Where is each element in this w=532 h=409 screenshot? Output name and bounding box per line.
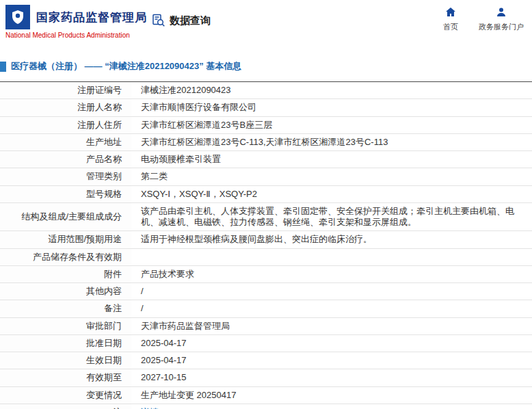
table-row: 备注/ <box>0 300 532 317</box>
row-label: 批准日期 <box>0 334 131 352</box>
row-label: 生产地址 <box>0 133 131 150</box>
table-row: 审批部门天津市药品监督管理局 <box>0 317 532 334</box>
header-nav: 首页 政务服务门户 <box>443 7 524 32</box>
table-row: 适用范围/预期用途适用于神经根型颈椎病及腰间盘膨出、突出症的临床治疗。 <box>0 231 532 248</box>
row-value: 电动颈腰椎牵引装置 <box>131 151 532 168</box>
table-row: 其他内容/ <box>0 283 532 300</box>
row-value <box>131 248 532 265</box>
site-header: 国家药品监督管理局 National Medical Products Admi… <box>0 0 532 44</box>
row-label: 产品名称 <box>0 151 131 168</box>
nav-home[interactable]: 首页 <box>443 7 458 32</box>
table-row: 产品名称电动颈腰椎牵引装置 <box>0 151 532 168</box>
row-value: 天津市药品监督管理局 <box>131 317 532 334</box>
site-title: 国家药品监督管理局 <box>36 10 147 25</box>
row-label: 备注 <box>0 300 131 317</box>
row-value: 该产品由牵引主机、人体支撑装置、牵引固定带、安全保护开关组成；牵引主机主要由机箱… <box>131 202 532 231</box>
row-value: 2025-04-17 <box>131 352 532 369</box>
row-value: 天津市红桥区湘潭道23号C-113,天津市红桥区湘潭道23号C-113 <box>131 133 532 150</box>
row-value: 天津市顺博医疗设备有限公司 <box>131 99 532 116</box>
table-row: 结构及组成/主要组成成分该产品由牵引主机、人体支撑装置、牵引固定带、安全保护开关… <box>0 202 532 231</box>
row-label: 管理类别 <box>0 168 131 185</box>
row-value: 详情 <box>131 404 532 409</box>
user-icon <box>496 7 507 18</box>
registration-info-table: 注册证编号津械注准20212090423注册人名称天津市顺博医疗设备有限公司注册… <box>0 81 532 409</box>
portal-label: 政务服务门户 <box>479 22 524 32</box>
row-label: 有效期至 <box>0 369 131 386</box>
row-value: 2025-04-17 <box>131 334 532 352</box>
row-value: 天津市红桥区湘潭道23号B座三层 <box>131 116 532 133</box>
table-row: 生效日期2025-04-17 <box>0 352 532 369</box>
nav-data-query[interactable]: 数据查询 <box>152 14 211 27</box>
row-value: 第二类 <box>131 168 532 185</box>
table-row: 型号规格XSQY-Ⅰ，XSQY-Ⅱ，XSQY-P2 <box>0 185 532 202</box>
row-value: 产品技术要求 <box>131 265 532 282</box>
row-value: XSQY-Ⅰ，XSQY-Ⅱ，XSQY-P2 <box>131 185 532 202</box>
table-row: 注册人住所天津市红桥区湘潭道23号B座三层 <box>0 116 532 133</box>
row-value: / <box>131 300 532 317</box>
home-icon <box>445 7 456 18</box>
table-row: 变更情况生产地址变更 20250417 <box>0 386 532 404</box>
row-value: / <box>131 283 532 300</box>
row-value: 适用于神经根型颈椎病及腰间盘膨出、突出症的临床治疗。 <box>131 231 532 248</box>
row-label: 其他内容 <box>0 283 131 300</box>
row-label: 审批部门 <box>0 317 131 334</box>
info-table-body: 注册证编号津械注准20212090423注册人名称天津市顺博医疗设备有限公司注册… <box>0 82 532 409</box>
row-label: 注册人住所 <box>0 116 131 133</box>
page-title: 医疗器械（注册） —— “津械注准20212090423” 基本信息 <box>11 60 241 72</box>
row-value: 津械注准20212090423 <box>131 82 532 99</box>
home-label: 首页 <box>443 22 458 32</box>
breadcrumb-marker-icon <box>0 62 6 72</box>
row-label: 附件 <box>0 265 131 282</box>
table-row: 生产地址天津市红桥区湘潭道23号C-113,天津市红桥区湘潭道23号C-113 <box>0 133 532 150</box>
row-label: 注册证编号 <box>0 82 131 99</box>
row-label: 生效日期 <box>0 352 131 369</box>
table-row: ●注详情 <box>0 404 532 409</box>
table-row: 有效期至2027-10-15 <box>0 369 532 386</box>
row-label: 适用范围/预期用途 <box>0 231 131 248</box>
table-row: 注册人名称天津市顺博医疗设备有限公司 <box>0 99 532 116</box>
table-row: 产品储存条件及有效期 <box>0 248 532 265</box>
site-subtitle: National Medical Products Administration <box>5 31 147 39</box>
row-label: 结构及组成/主要组成成分 <box>0 202 131 231</box>
document-search-icon <box>152 14 165 27</box>
data-query-label: 数据查询 <box>170 14 211 27</box>
row-label: ●注 <box>0 404 131 409</box>
table-row: 附件产品技术要求 <box>0 265 532 282</box>
brand-top: 国家药品监督管理局 <box>5 5 147 29</box>
page-title-bar: 医疗器械（注册） —— “津械注准20212090423” 基本信息 <box>0 60 532 72</box>
row-label: 变更情况 <box>0 386 131 404</box>
row-label: 型号规格 <box>0 185 131 202</box>
table-row: 管理类别第二类 <box>0 168 532 185</box>
table-row: 批准日期2025-04-17 <box>0 334 532 352</box>
table-row: 注册证编号津械注准20212090423 <box>0 82 532 99</box>
nmpa-emblem-icon <box>5 5 30 29</box>
row-value: 2027-10-15 <box>131 369 532 386</box>
row-label: 注册人名称 <box>0 99 131 116</box>
nav-portal[interactable]: 政务服务门户 <box>479 7 524 32</box>
brand-logo[interactable]: 国家药品监督管理局 National Medical Products Admi… <box>5 5 147 39</box>
row-label: 产品储存条件及有效期 <box>0 248 131 265</box>
row-value: 生产地址变更 20250417 <box>131 386 532 404</box>
